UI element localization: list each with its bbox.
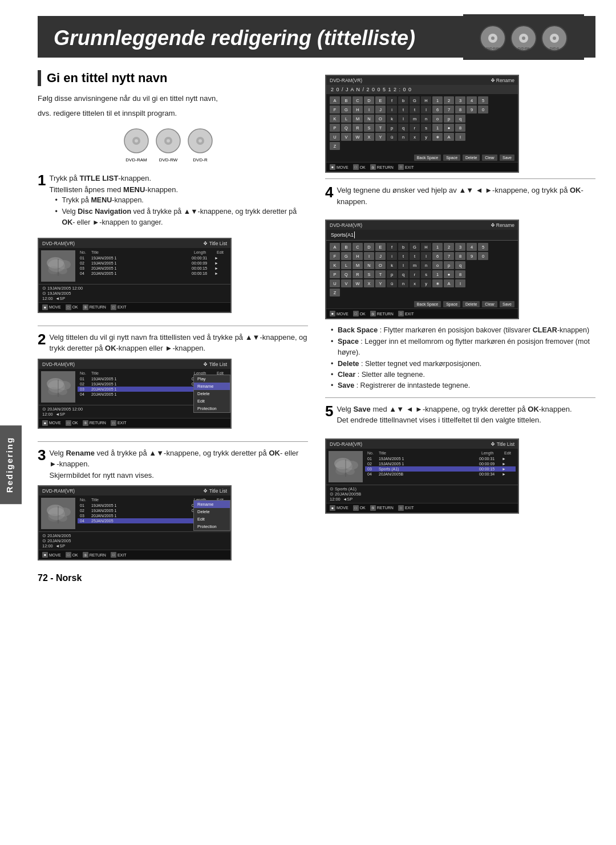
section-title: Gi en tittel nytt navn [47,71,167,86]
svg-point-20 [198,139,202,143]
screen1-body: No. Title Length Edit 01 19JAN/2005 1 00… [39,248,230,284]
key-row-2: FGHIJ ittl 67890 [330,105,514,113]
page-container: Redigering Grunnleggende redigering (tit… [0,0,616,845]
ctx-protection-3: Protection [194,523,230,530]
dvd-r-icon: DVD-R [541,25,568,52]
step1-content: Trykk på TITLE LIST-knappen. Tittelliste… [49,173,308,233]
ctx-edit: Edit [194,397,230,405]
step4-content: Velg tegnene du ønsker ved hjelp av ▲▼ ◄… [337,185,595,207]
step3-number: 3 [38,448,46,481]
step-5: 5 Velg Save med ▲▼ ◄ ►-knappene, og tryk… [325,404,595,426]
screen5-mock: DVD-RAM(VR) ❖ Title List [325,438,519,514]
screen2-body: No. Title Length Edit 01 19JAN/2005 1 00… [39,369,230,405]
delete-key: Delete [463,155,480,161]
disc-ram: DVD-RAM [123,128,149,162]
screen3-thumbnail [41,498,75,529]
screen3-header: DVD-RAM(VR) ❖ Title List [39,486,230,495]
screen1-header: DVD-RAM(VR) ❖ Title List [39,239,230,248]
bullet-space: Space : Legger inn et mellomrom og flytt… [331,336,595,359]
svg-point-41 [345,461,358,470]
disc-rw: DVD-RW [155,128,181,162]
step4-number: 4 [325,185,333,207]
svg-point-43 [346,468,355,475]
ctx-rename-selected: Rename [194,383,230,390]
svg-point-31 [58,388,67,395]
rename1-actions: Back Space Space Delete Clear Save [326,153,518,162]
svg-text:DVD-R: DVD-R [550,47,559,50]
step4-rename-screen1: DVD-RAM(VR) ❖ Rename 2 0 / J A N / 2 0 0… [325,75,595,173]
left-column: Gi en tittel nytt navn Følg disse anvisn… [38,70,308,583]
rename2-header: DVD-RAM(VR) ❖ Rename [326,221,518,230]
svg-point-35 [57,507,71,517]
intro-line2: dvs. redigere tittelen til et innspilt p… [38,108,294,119]
intro-line1: Følg disse anvisningene når du vil gi en… [38,93,294,104]
svg-point-42 [335,467,347,475]
screen1-footer: ■ MOVE □ OK ⑤ RETURN □ EXIT [39,302,230,312]
screen2-header: DVD-RAM(VR) ❖ Title List [39,360,230,369]
svg-text:DVD-RAM: DVD-RAM [486,47,499,50]
col-edit-header: Edit [217,250,228,254]
key-row-5: UVWXY ünxy ∗AI [330,133,514,141]
svg-point-29 [57,381,71,390]
svg-point-24 [48,266,59,274]
table-row: 02 19JAN/2005 1 00:00:09 ► [365,461,516,466]
section-heading: Gi en tittel nytt navn [38,70,308,86]
col-len-header: Length [194,250,216,254]
step1-bullet2: Velg Disc Navigation ved å trykke på ▲▼-… [55,206,308,229]
svg-point-36 [48,514,59,522]
screen5-info: ⊙ Sports (A1) ⊙ 20JAN/2005B 12:00 ◄SP [326,485,518,503]
rename1-header: DVD-RAM(VR) ❖ Rename [326,76,518,85]
rename1-footer: ■ MOVE □ OK ⑤ RETURN □ EXIT [326,162,518,172]
svg-point-10 [553,36,556,40]
ctx-edit-3: Edit [194,515,230,523]
divider3 [325,178,595,179]
svg-point-28 [47,378,64,389]
key-row-3: KLMNO kImn opq [330,115,514,123]
screen3-footer: ■ MOVE □ OK ⑤ RETURN □ EXIT [39,550,230,559]
screen2-mock: DVD-RAM(VR) ❖ Title List [38,359,232,429]
screen5-header: DVD-RAM(VR) ❖ Title List [326,440,518,449]
clear-key: Clear [482,155,497,161]
divider2 [38,441,308,442]
svg-point-2 [491,36,495,40]
step1-main: Trykk på TITLE LIST-knappen. [49,173,308,184]
col-title-header: Title [91,250,193,254]
screen2-table: No. Title Length Edit 01 19JAN/2005 1 00… [78,371,228,403]
ctx-delete-3: Delete [194,508,230,515]
bullet-delete: Delete : Sletter tegnet ved markørposisj… [331,359,595,369]
step5-main: Velg Save med ▲▼ ◄ ►-knappene, og trykk … [337,404,572,415]
screen5-body: No. Title Length Edit 01 19JAN/2005 1 00… [326,449,518,485]
ctx-protection: Protection [194,405,230,412]
table-row: 04 20JAN/2005B 00:00:34 ► [365,472,516,477]
step3-main: Velg Rename ved å trykke på ▲▼-knappene,… [49,448,308,470]
table-row: 02 19JAN/2005 1 00:00:09 ► [78,261,228,266]
table-row-selected: 03 Sports (A1) 00:00:15 ► [365,466,516,472]
disc-type-row: DVD-RAM DVD-RW DVD-R [123,128,308,162]
svg-point-23 [57,260,71,269]
col-no-header: No. [80,250,90,254]
svg-point-30 [48,387,59,395]
ctx-rename-3: Rename [194,501,230,508]
screen3-info: ⊙ 20JAN/2005 ⊙ 20JAN/2005 12:00 ◄SP [39,531,230,550]
context-menu-3: Rename Delete Edit Protection [193,500,230,531]
side-tab: Redigering [0,425,22,504]
ok-btn: □ OK [66,304,78,310]
screen5-footer: ■ MOVE □ OK ⑤ RETURN □ EXIT [326,503,518,513]
screen2-footer: ■ MOVE □ OK ⑤ RETURN □ EXIT [39,418,230,428]
key-row-6: Z [330,142,514,150]
step-3: 3 Velg Rename ved å trykke på ▲▼-knappen… [38,448,308,561]
right-column: DVD-RAM(VR) ❖ Rename 2 0 / J A N / 2 0 0… [325,70,595,583]
screen2-thumbnail [41,371,75,403]
step1-sub: Tittellisten åpnes med MENU-knappen. [49,184,308,196]
step5-sub: Det endrede tittellnavnet vises i tittel… [337,415,572,426]
screen5-thumbnail [329,451,363,482]
rename2-footer: ■ MOVE □ OK ⑤ RETURN □ EXIT [326,308,518,318]
step5-content: Velg Save med ▲▼ ◄ ►-knappene, og trykk … [337,404,572,426]
backspace-key: Back Space [414,155,441,161]
title-box: Grunnleggende redigering (tittelliste) D… [38,16,595,58]
disc-rw-label: DVD-RW [155,157,181,162]
rename1-date: 2 0 / J A N / 2 0 0 5 1 2 : 0 0 [326,85,518,94]
disc-icons: DVD-RAM DVD-RW DVD-R [463,14,584,60]
ctx-play: Play [194,375,230,383]
move-wok: ■ MOVE [330,505,348,511]
